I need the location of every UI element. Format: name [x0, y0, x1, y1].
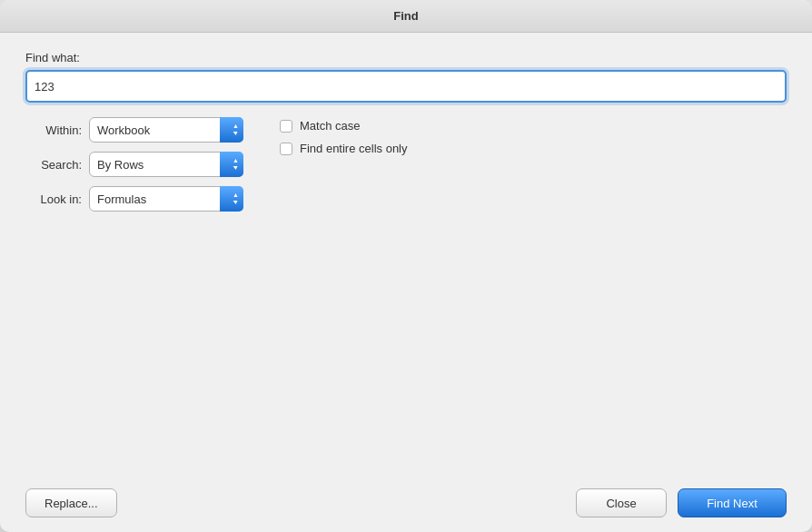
- search-row: Search: By Rows By Columns ▲▼: [25, 152, 243, 177]
- find-entire-cells-label: Find entire cells only: [300, 142, 408, 155]
- within-label: Within:: [25, 123, 82, 137]
- options-area: Within: Workbook Sheet ▲▼ Search: By Row…: [25, 117, 787, 479]
- find-next-button[interactable]: Find Next: [678, 488, 787, 517]
- find-input[interactable]: [25, 70, 787, 103]
- dialog-body: Find what: Within: Workbook Sheet ▲▼ Sea…: [0, 33, 812, 532]
- right-buttons: Close Find Next: [576, 488, 787, 517]
- look-in-select[interactable]: Formulas Values Notes: [89, 186, 243, 212]
- within-row: Within: Workbook Sheet ▲▼: [25, 117, 243, 143]
- look-in-row: Look in: Formulas Values Notes ▲▼: [25, 186, 243, 212]
- match-case-row: Match case: [280, 119, 408, 133]
- find-dialog: Find Find what: Within: Workbook Sheet ▲…: [0, 0, 812, 532]
- dialog-title: Find: [393, 9, 418, 23]
- replace-button[interactable]: Replace...: [25, 488, 117, 517]
- match-case-label: Match case: [300, 119, 360, 133]
- match-case-checkbox[interactable]: [280, 120, 292, 133]
- within-select-wrapper: Workbook Sheet ▲▼: [89, 117, 243, 143]
- find-what-label: Find what:: [25, 51, 787, 64]
- search-select-wrapper: By Rows By Columns ▲▼: [89, 152, 243, 177]
- find-entire-cells-row: Find entire cells only: [280, 142, 408, 155]
- look-in-select-wrapper: Formulas Values Notes ▲▼: [89, 186, 243, 212]
- button-row: Replace... Close Find Next: [25, 479, 787, 517]
- search-label: Search:: [25, 158, 82, 172]
- right-options: Match case Find entire cells only: [280, 117, 408, 479]
- close-button[interactable]: Close: [576, 488, 667, 517]
- left-options: Within: Workbook Sheet ▲▼ Search: By Row…: [25, 117, 243, 479]
- within-select[interactable]: Workbook Sheet: [89, 117, 243, 143]
- find-entire-cells-checkbox[interactable]: [280, 143, 292, 155]
- title-bar: Find: [0, 0, 812, 33]
- look-in-label: Look in:: [25, 192, 82, 206]
- search-select[interactable]: By Rows By Columns: [89, 152, 243, 177]
